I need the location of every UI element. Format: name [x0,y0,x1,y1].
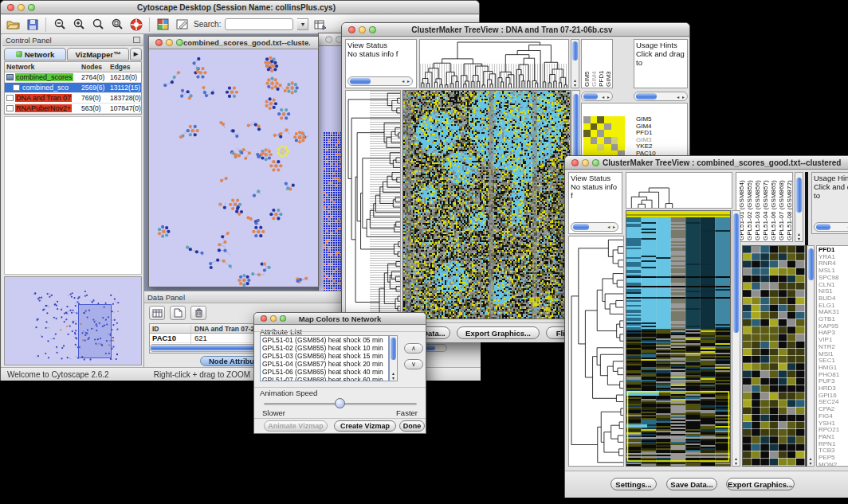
minimize-button[interactable] [166,39,173,46]
global-vscrollbar[interactable] [732,210,740,467]
help-lifesaver-icon[interactable] [128,17,143,32]
animate-vizmap-button[interactable]: Animate Vizmap [264,420,328,432]
attribute-item[interactable]: GPL51-01 (GSM854) heat shock 05 min [261,336,388,344]
col-id: ID [150,325,191,333]
attribute-browser-icon[interactable] [312,17,328,32]
search-input[interactable] [225,18,293,30]
export-graphics-button[interactable]: Export Graphics... [457,326,540,339]
save-data-button[interactable]: Save Data... [666,478,717,490]
attribute-item[interactable]: GPL51-03 (GSM856) heat shock 15 min [261,352,388,360]
attribute-item[interactable]: GPL51-06 (GSM865) heat shock 40 min [261,368,388,376]
close-button[interactable] [571,159,579,166]
close-button[interactable] [155,39,163,46]
network-row[interactable]: DNA and Tran 07 769(0) 183728(0) [5,93,141,104]
annotation-icon[interactable] [175,17,190,32]
animation-speed-thumb[interactable] [335,398,345,408]
search-dropdown-button[interactable] [297,18,308,30]
gene-label[interactable]: MON2 [819,462,848,467]
tab-vizmapper[interactable]: VizMapper™ [67,48,129,61]
export-graphics-button[interactable]: Export Graphics... [726,478,795,490]
attribute-item[interactable]: GPL51-04 (GSM857) heat shock 20 min [261,360,388,368]
zoom-out-icon[interactable] [52,17,67,32]
column-label[interactable]: YKE2 [612,41,613,87]
new-attribute-icon[interactable] [170,306,186,320]
network-row-selected[interactable]: combined_sco 2569(6) 13112(15) [5,83,141,93]
close-button[interactable] [7,4,14,11]
column-dendrogram[interactable] [626,172,732,209]
column-label[interactable]: GIM3 [605,41,612,87]
zoom-button[interactable] [369,26,376,33]
save-session-icon[interactable] [25,17,40,32]
move-down-button[interactable]: ∨ [404,359,423,369]
move-up-button[interactable]: ∧ [404,343,423,354]
column-label-scrollbar[interactable] [795,172,803,242]
column-label[interactable]: GIM4 [591,41,598,87]
column-label[interactable]: GPL51-06 (GSM865) [770,174,778,240]
network-view-window[interactable]: combined_scores_good.txt--cluste... [148,36,319,287]
row-dendrogram[interactable] [345,90,401,319]
zoom-button[interactable] [280,315,286,322]
zoom-vscrollbar[interactable] [807,245,815,467]
minimize-button[interactable] [270,315,277,322]
column-label[interactable]: GPL51-04 (GSM857) [762,174,770,240]
delete-attribute-icon[interactable] [190,306,206,320]
open-session-icon[interactable] [6,17,21,32]
usage-hints-panel: Usage Hints Click and drag to [634,39,688,88]
network-row[interactable]: RNAPuberNov2+ 563(0) 107847(0) [5,104,141,114]
close-button[interactable] [325,36,332,43]
column-label[interactable]: GPL51-03 (GSM856) [754,174,762,240]
minimize-button[interactable] [359,26,366,33]
float-panel-icon[interactable] [133,37,140,43]
matrix-hscrollbar[interactable] [581,92,613,101]
attribute-list-scrollbar[interactable] [389,335,398,381]
select-attributes-icon[interactable] [149,306,165,320]
column-label[interactable]: GPL51-02 (GSM855) [746,174,754,240]
column-label[interactable]: GIM5 [583,41,591,87]
zoom-button[interactable] [28,4,35,11]
network-table-header[interactable]: Network Nodes Edges [5,62,141,72]
heatmap-main-view[interactable] [402,90,571,319]
zoom-heatmap-view[interactable] [742,245,806,467]
zoom-selected-icon[interactable] [90,17,105,32]
network-row[interactable]: combined_scores 2764(0) 16218(0) [5,72,141,83]
zoom-button[interactable] [176,39,183,46]
column-dendrogram[interactable] [419,39,569,88]
minimize-button[interactable] [582,159,589,166]
zoom-in-icon[interactable] [71,17,86,32]
done-button[interactable]: Done [399,420,425,432]
network-overview-panel[interactable] [4,276,142,365]
attribute-list[interactable]: GPL51-01 (GSM854) heat shock 05 minGPL51… [260,335,389,381]
create-vizmap-button[interactable]: Create Vizmap [334,420,396,432]
usage-hints-scrollbar[interactable] [814,222,848,232]
tab-overflow-button[interactable] [130,48,142,61]
overview-viewport-rect[interactable] [78,304,112,358]
settings-button[interactable]: Settings... [610,478,657,490]
treeview1-titlebar[interactable]: ClusterMaker TreeView : DNA and Tran 07-… [342,23,689,37]
main-titlebar[interactable]: Cytoscape Desktop (Session Name: collins… [1,1,479,14]
column-label[interactable]: PFD1 [598,41,605,87]
row-dendrogram[interactable] [568,236,624,467]
vizmapper-icon[interactable] [155,17,171,32]
close-button[interactable] [261,315,267,322]
attribute-item[interactable]: GPL51-02 (GSM855) heat shock 10 min [261,344,388,352]
global-heatmap-view[interactable] [626,210,731,467]
column-labels: GPL51-01 (GSM854)GPL51-02 (GSM855)GPL51-… [736,172,793,242]
dialog-titlebar[interactable]: Map Colors to Network [254,313,426,325]
view-status-scrollbar[interactable] [571,222,618,232]
treeview2-titlebar[interactable]: ClusterMaker TreeView : combined_scores_… [565,156,848,170]
column-label[interactable]: GPL51-08 (GSM872) [786,174,793,240]
network-graph-view[interactable] [149,49,318,287]
similarity-matrix[interactable] [583,116,625,158]
column-label-scrollbar[interactable] [571,39,579,88]
minimize-button[interactable] [18,4,25,11]
zoom-fit-icon[interactable] [109,17,124,32]
close-button[interactable] [348,26,355,33]
tab-network[interactable]: Network [4,48,66,61]
attribute-item[interactable]: GPL51-07 (GSM868) heat shock 60 min [261,376,388,381]
genelist-hscrollbar[interactable] [634,92,688,101]
view-status-scrollbar[interactable] [347,76,413,86]
usage-hints-title: Usage Hints [814,174,848,182]
column-label[interactable]: GPL51-07 (GSM868) [778,174,786,240]
zoom-button[interactable] [592,159,599,166]
network-window-titlebar[interactable]: combined_scores_good.txt--cluste... [149,37,318,49]
